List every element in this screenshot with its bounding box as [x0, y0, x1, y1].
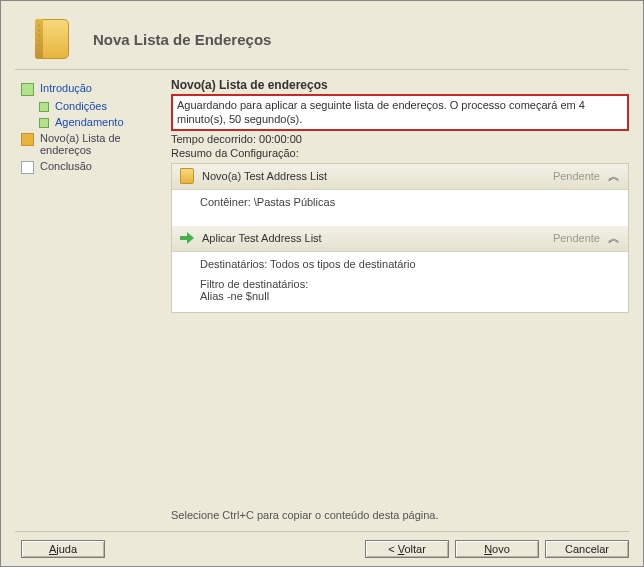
- step-done-icon: [39, 102, 49, 112]
- group-title: Novo(a) Test Address List: [202, 170, 545, 182]
- step-link[interactable]: Condições: [55, 100, 107, 112]
- step-pending-icon: [21, 161, 34, 174]
- back-button[interactable]: < Voltar: [365, 540, 449, 558]
- step-agendamento[interactable]: Agendamento: [15, 114, 161, 130]
- wizard-footer: Ajuda < Voltar Novo Cancelar: [15, 531, 629, 558]
- step-done-icon: [21, 83, 34, 96]
- step-done-icon: [39, 118, 49, 128]
- step-conclusao: Conclusão: [15, 158, 161, 176]
- config-summary-panel: Novo(a) Test Address List Pendente ︽ Con…: [171, 163, 629, 313]
- chevron-up-icon: ︽: [608, 168, 620, 185]
- group-header-new-list[interactable]: Novo(a) Test Address List Pendente ︽: [172, 164, 628, 190]
- group-body-apply-list: Destinatários: Todos os tipos de destina…: [172, 252, 628, 312]
- wizard-dialog: Nova Lista de Endereços Introdução Condi…: [1, 1, 643, 566]
- elapsed-time: Tempo decorrido: 00:00:00: [171, 133, 629, 145]
- chevron-up-icon: ︽: [608, 230, 620, 247]
- wizard-main: Novo(a) Lista de endereços Aguardando pa…: [165, 70, 629, 531]
- recipients-row: Destinatários: Todos os tipos de destina…: [200, 258, 620, 270]
- group-status: Pendente: [553, 232, 600, 244]
- step-link[interactable]: Agendamento: [55, 116, 124, 128]
- wizard-header: Nova Lista de Endereços: [15, 13, 629, 70]
- step-label: Conclusão: [40, 160, 92, 172]
- cancel-button[interactable]: Cancelar: [545, 540, 629, 558]
- apply-arrow-icon: [180, 231, 194, 245]
- waiting-alert: Aguardando para aplicar a seguinte lista…: [171, 94, 629, 131]
- group-body-new-list: Contêiner: \Pastas Públicas: [172, 190, 628, 226]
- page-title: Novo(a) Lista de endereços: [171, 78, 629, 92]
- help-button[interactable]: Ajuda: [21, 540, 105, 558]
- step-nova-lista: Novo(a) Lista de endereços: [15, 130, 161, 158]
- step-current-icon: [21, 133, 34, 146]
- step-condicoes[interactable]: Condições: [15, 98, 161, 114]
- filter-value: Alias -ne $null: [200, 290, 620, 302]
- step-label: Novo(a) Lista de endereços: [40, 132, 161, 156]
- address-book-icon: [180, 168, 194, 184]
- container-row: Contêiner: \Pastas Públicas: [200, 196, 620, 208]
- group-title: Aplicar Test Address List: [202, 232, 545, 244]
- step-link[interactable]: Introdução: [40, 82, 92, 94]
- address-book-icon: [33, 19, 73, 59]
- wizard-steps-sidebar: Introdução Condições Agendamento Novo(a)…: [15, 70, 165, 531]
- filter-label: Filtro de destinatários:: [200, 278, 620, 290]
- group-header-apply-list[interactable]: Aplicar Test Address List Pendente ︽: [172, 226, 628, 252]
- summary-label: Resumo da Configuração:: [171, 147, 629, 159]
- wizard-title: Nova Lista de Endereços: [93, 31, 271, 48]
- copy-hint: Selecione Ctrl+C para copiar o conteúdo …: [171, 501, 629, 531]
- step-introducao[interactable]: Introdução: [15, 80, 161, 98]
- next-button[interactable]: Novo: [455, 540, 539, 558]
- group-status: Pendente: [553, 170, 600, 182]
